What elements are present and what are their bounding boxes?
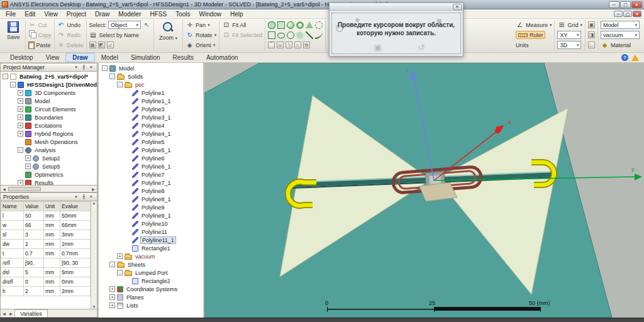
model-dropdown[interactable]: Model ▾	[601, 20, 640, 30]
menu-view[interactable]: View	[40, 11, 62, 18]
unite-icon[interactable]: ∪	[277, 42, 284, 48]
panel-menu-icon[interactable]: ▾	[73, 65, 79, 70]
tree-item-polyline1[interactable]: Polyline1	[100, 89, 203, 97]
copy-button[interactable]: Copy	[28, 30, 52, 40]
tree-item-rectangle1[interactable]: Rectangle1	[100, 244, 203, 252]
draw-polygon-icon[interactable]	[296, 31, 304, 39]
intersect-icon[interactable]: ∩	[294, 42, 301, 48]
tree-item-polyline6-1[interactable]: Polyline6_1	[100, 162, 203, 170]
collapse-icon[interactable]: -	[102, 65, 108, 71]
tree-item-vacuum[interactable]: +vacuum	[100, 252, 203, 260]
draw-helix-icon[interactable]	[315, 21, 323, 29]
pin-icon[interactable]: ╂	[80, 65, 87, 70]
subtract-icon[interactable]: ∖	[286, 42, 292, 48]
tab-scroll-left-icon[interactable]: ◀	[1, 311, 8, 316]
scroll-right-icon[interactable]: ▶	[90, 187, 97, 191]
tree-item-polyline4-1[interactable]: Polyline4_1	[100, 130, 203, 138]
property-cell[interactable]: 50	[24, 211, 44, 221]
tree-item-optimetrics[interactable]: Optimetrics	[1, 170, 97, 179]
collapse-icon[interactable]: -	[18, 147, 23, 153]
menu-window[interactable]: Window	[195, 11, 226, 18]
popup-title-bar[interactable]: ✕	[330, 3, 463, 11]
draw-box-icon[interactable]	[277, 21, 285, 29]
tree-item-planes[interactable]: +Planes	[100, 293, 203, 301]
scroll-thumb[interactable]	[8, 187, 41, 191]
tab-desktop[interactable]: Desktop	[4, 53, 40, 62]
tree-item-setup2[interactable]: +Setup2	[1, 154, 97, 162]
scroll-down-icon[interactable]: ▼	[92, 305, 96, 309]
popup-close-button[interactable]: ✕	[453, 4, 462, 10]
minimize-button[interactable]: ─	[609, 1, 619, 8]
expand-icon[interactable]: +	[117, 253, 123, 259]
tree-item-hfssdesign1-drivenmodal[interactable]: -HFSSDesign1 (DrivenModal)*	[1, 80, 97, 89]
expand-icon[interactable]: +	[109, 286, 115, 292]
expand-icon[interactable]: +	[18, 114, 23, 120]
measure-button[interactable]: ∠ Measure ▾	[516, 20, 552, 30]
help-icon[interactable]: ?	[621, 54, 628, 61]
expand-icon[interactable]: +	[109, 294, 115, 300]
tree-item-lists[interactable]: +Lists	[100, 301, 203, 309]
tree-item-polyline7[interactable]: Polyline7	[100, 170, 203, 179]
draw-rectangle-icon[interactable]	[268, 31, 275, 39]
expand-icon[interactable]: +	[18, 131, 23, 136]
x-axis-handle-dot[interactable]	[495, 128, 500, 133]
panel-close-icon[interactable]: ✕	[88, 65, 94, 70]
undo-button[interactable]: ↶ Undo	[57, 20, 84, 30]
select-vertices-icon[interactable]: ▱	[107, 42, 114, 48]
sweep-icon[interactable]: ⌒	[268, 42, 275, 48]
select-edges-icon[interactable]: ◩	[98, 42, 105, 48]
collapse-icon[interactable]: -	[10, 82, 16, 87]
draw-sphere-icon[interactable]	[287, 21, 294, 29]
select-cursor-icon[interactable]: ↖	[143, 21, 151, 29]
collapse-icon[interactable]: -	[109, 74, 115, 79]
orient-button[interactable]: ◈ Orient ▾	[186, 40, 216, 50]
select-mode-dropdown[interactable]: Object ▾	[108, 21, 141, 29]
tree-item-setup5[interactable]: +Setup5	[1, 162, 97, 170]
collapse-icon[interactable]: -	[109, 262, 115, 267]
select-by-name-button[interactable]: ▤ Select by Name	[89, 30, 152, 40]
fit-all-button[interactable]: ⊡ Fit All	[222, 20, 262, 30]
tree-item-results[interactable]: +Results	[1, 179, 97, 186]
tab-simulation[interactable]: Simulation	[125, 53, 167, 62]
pin-icon[interactable]: ╂	[80, 194, 87, 199]
draw-spline-icon[interactable]	[315, 31, 323, 39]
collapse-icon[interactable]: -	[3, 74, 8, 79]
plane-dropdown[interactable]: XY ▾	[557, 30, 582, 40]
fit-selected-button[interactable]: ⊡ Fit Selected	[222, 30, 262, 40]
tab-scroll-right-icon[interactable]: ▶	[8, 311, 14, 316]
units-button[interactable]: Units	[516, 40, 552, 50]
property-cell[interactable]: 66	[24, 221, 44, 230]
collapse-icon[interactable]: -	[117, 270, 123, 275]
tree-item-batwing-2-5-var5-dipol[interactable]: -Batwing_2+5_var5+dipol*	[1, 72, 97, 80]
tree-item-rectangle2[interactable]: Rectangle2	[100, 277, 203, 285]
draw-line-icon[interactable]	[306, 31, 313, 39]
menu-file[interactable]: File	[1, 11, 20, 18]
scroll-left-icon[interactable]: ◀	[1, 187, 8, 191]
tree-item-polyline3-1[interactable]: Polyline3_1	[100, 113, 203, 121]
material-dropdown[interactable]: vacuum ▾	[601, 30, 640, 40]
tree-item-circuit-elements[interactable]: +Circuit Elements	[1, 105, 97, 113]
tree-item-polyline7-1[interactable]: Polyline7_1	[100, 179, 203, 187]
draw-cone-icon[interactable]	[306, 21, 313, 28]
view-mode-dropdown[interactable]: 3D ▾	[557, 40, 582, 50]
snap-icon[interactable]: ◨	[588, 31, 595, 38]
expand-icon[interactable]: +	[18, 90, 23, 96]
duplicate-icon[interactable]: ⧉	[303, 42, 310, 48]
tree-item-coordinate-systems[interactable]: +Coordinate Systems	[100, 285, 203, 293]
tree-item-polyline1-1[interactable]: Polyline1_1	[100, 97, 203, 105]
tree-item-polyline5-1[interactable]: Polyline5_1	[100, 146, 203, 154]
rotate-button[interactable]: ↻ Rotate ▾	[186, 30, 216, 40]
tree-item-polyline4[interactable]: Polyline4	[100, 121, 203, 130]
tree-item-polyline11[interactable]: Polyline11	[100, 228, 203, 236]
maximize-button[interactable]: ▢	[620, 1, 631, 8]
tree-item-3d-components[interactable]: +3D Components	[1, 89, 97, 97]
mdi-restore-button[interactable]: ▢	[623, 11, 632, 17]
property-cell[interactable]: 0.7	[24, 249, 44, 258]
tree-item-pec[interactable]: -pec	[100, 80, 203, 89]
draw-cylinder-icon[interactable]	[268, 21, 275, 29]
menu-tools[interactable]: Tools	[171, 11, 194, 18]
property-cell[interactable]: 2	[24, 287, 44, 296]
panel-close-icon[interactable]: ✕	[88, 194, 94, 199]
collapse-icon[interactable]: -	[117, 82, 123, 87]
tree-item-lumped-port[interactable]: -Lumped Port	[100, 269, 203, 277]
